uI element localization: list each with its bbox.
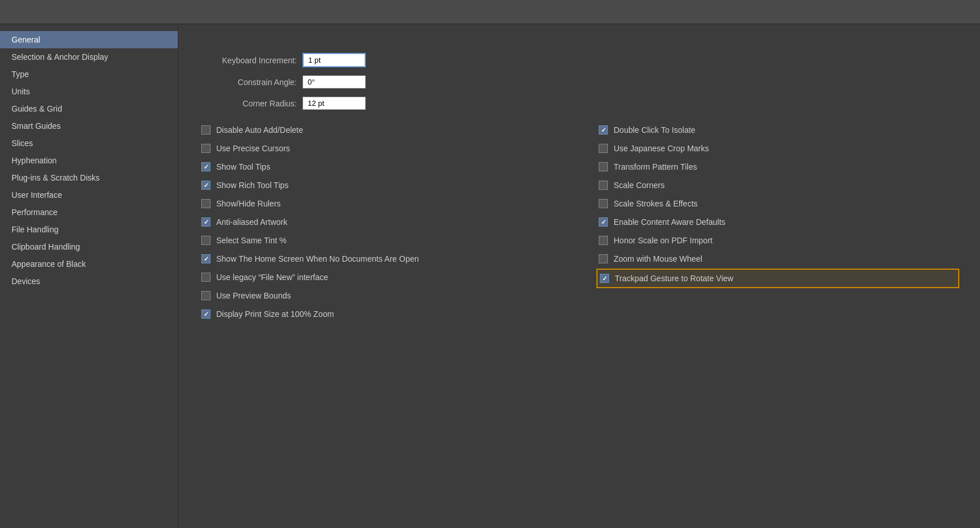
checkbox-left-2[interactable]: Show Tool Tips [199,158,562,175]
checkbox-right-0[interactable]: Double Click To Isolate [596,121,959,139]
checkbox-box-left-9 [201,291,210,300]
checkbox-left-4[interactable]: Show/Hide Rulers [199,195,562,212]
checkbox-label-left-9: Use Preview Bounds [216,291,291,300]
checkbox-left-1[interactable]: Use Precise Cursors [199,140,562,157]
checkbox-left-5[interactable]: Anti-aliased Artwork [199,213,562,231]
fields-block: Keyboard Increment:Constrain Angle:Corne… [199,53,959,110]
checkbox-right-4[interactable]: Scale Strokes & Effects [596,195,959,212]
checkbox-label-left-8: Use legacy “File New” interface [216,273,328,282]
field-label-0: Keyboard Increment: [205,56,297,65]
checkbox-left-8[interactable]: Use legacy “File New” interface [199,269,562,286]
title-bar [0,0,980,24]
checkbox-right-5[interactable]: Enable Content Aware Defaults [596,213,959,231]
field-input-2[interactable] [303,97,366,110]
checkbox-label-right-1: Use Japanese Crop Marks [614,144,709,153]
checkbox-right-3[interactable]: Scale Corners [596,177,959,194]
field-row-0: Keyboard Increment: [205,53,959,67]
checkbox-label-right-2: Transform Pattern Tiles [614,162,697,171]
sidebar-item-smart-guides[interactable]: Smart Guides [0,117,178,135]
checkbox-left-10[interactable]: Display Print Size at 100% Zoom [199,305,562,323]
checkbox-box-left-1 [201,144,210,153]
checkbox-box-right-0 [599,125,608,135]
checkbox-label-left-1: Use Precise Cursors [216,144,290,153]
field-row-2: Corner Radius: [205,97,959,110]
checkbox-left-9[interactable]: Use Preview Bounds [199,287,562,304]
checkbox-label-right-3: Scale Corners [614,181,665,190]
sidebar-item-clipboard[interactable]: Clipboard Handling [0,238,178,255]
checkbox-label-left-10: Display Print Size at 100% Zoom [216,309,334,319]
checkbox-box-right-7 [599,254,608,263]
checkbox-box-right-5 [599,217,608,227]
checkbox-label-left-0: Disable Auto Add/Delete [216,125,303,135]
checkbox-label-left-2: Show Tool Tips [216,162,270,171]
checkbox-label-left-7: Show The Home Screen When No Documents A… [216,254,419,263]
checkbox-right-7[interactable]: Zoom with Mouse Wheel [596,250,959,267]
checkbox-left-0[interactable]: Disable Auto Add/Delete [199,121,562,139]
checkbox-box-left-2 [201,162,210,171]
checkbox-box-right-4 [599,199,608,208]
checkboxes-section: Disable Auto Add/DeleteUse Precise Curso… [199,121,959,323]
checkbox-col-right: Double Click To IsolateUse Japanese Crop… [596,121,959,323]
checkbox-box-left-3 [201,181,210,190]
checkbox-label-right-5: Enable Content Aware Defaults [614,217,725,227]
checkbox-box-right-6 [599,236,608,245]
sidebar-item-selection-anchor[interactable]: Selection & Anchor Display [0,48,178,66]
checkbox-left-6[interactable]: Select Same Tint % [199,232,562,249]
checkbox-box-left-6 [201,236,210,245]
checkbox-right-6[interactable]: Honor Scale on PDF Import [596,232,959,249]
checkbox-box-right-1 [599,144,608,153]
checkbox-right-1[interactable]: Use Japanese Crop Marks [596,140,959,157]
checkbox-left-3[interactable]: Show Rich Tool Tips [199,177,562,194]
checkbox-box-right-8 [600,274,609,283]
checkbox-label-right-8: Trackpad Gesture to Rotate View [615,274,733,283]
sidebar-item-type[interactable]: Type [0,66,178,83]
sidebar-item-units[interactable]: Units [0,83,178,100]
field-label-1: Constrain Angle: [205,78,297,87]
checkbox-label-left-4: Show/Hide Rulers [216,199,281,208]
checkbox-label-right-7: Zoom with Mouse Wheel [614,254,702,263]
sidebar-item-devices[interactable]: Devices [0,273,178,290]
sidebar-item-guides-grid[interactable]: Guides & Grid [0,100,178,117]
checkbox-box-left-7 [201,254,210,263]
field-input-0[interactable] [303,53,366,67]
sidebar-item-hyphenation[interactable]: Hyphenation [0,152,178,169]
checkbox-left-7[interactable]: Show The Home Screen When No Documents A… [199,250,562,267]
checkbox-box-left-5 [201,217,210,227]
checkbox-label-left-5: Anti-aliased Artwork [216,217,288,227]
checkbox-right-2[interactable]: Transform Pattern Tiles [596,158,959,175]
checkbox-right-8[interactable]: Trackpad Gesture to Rotate View [596,269,959,288]
sidebar-item-performance[interactable]: Performance [0,204,178,221]
checkbox-col-left: Disable Auto Add/DeleteUse Precise Curso… [199,121,562,323]
sidebar-item-file-handling[interactable]: File Handling [0,221,178,238]
sidebar-item-user-interface[interactable]: User Interface [0,186,178,204]
field-input-1[interactable] [303,75,366,89]
checkbox-box-left-8 [201,273,210,282]
checkbox-box-left-4 [201,199,210,208]
field-label-2: Corner Radius: [205,99,297,108]
sidebar: GeneralSelection & Anchor DisplayTypeUni… [0,24,178,528]
checkbox-label-left-3: Show Rich Tool Tips [216,181,289,190]
checkbox-box-left-10 [201,309,210,319]
field-row-1: Constrain Angle: [205,75,959,89]
content-area: Keyboard Increment:Constrain Angle:Corne… [178,24,980,528]
checkbox-label-right-4: Scale Strokes & Effects [614,199,698,208]
sidebar-item-general[interactable]: General [0,31,178,48]
sidebar-item-appearance-black[interactable]: Appearance of Black [0,255,178,273]
sidebar-item-slices[interactable]: Slices [0,135,178,152]
checkbox-box-right-3 [599,181,608,190]
checkbox-label-left-6: Select Same Tint % [216,236,286,245]
checkbox-label-right-6: Honor Scale on PDF Import [614,236,713,245]
checkbox-box-right-2 [599,162,608,171]
checkbox-box-left-0 [201,125,210,135]
sidebar-item-plugins[interactable]: Plug-ins & Scratch Disks [0,169,178,186]
checkbox-label-right-0: Double Click To Isolate [614,125,695,135]
main-content: GeneralSelection & Anchor DisplayTypeUni… [0,24,980,528]
